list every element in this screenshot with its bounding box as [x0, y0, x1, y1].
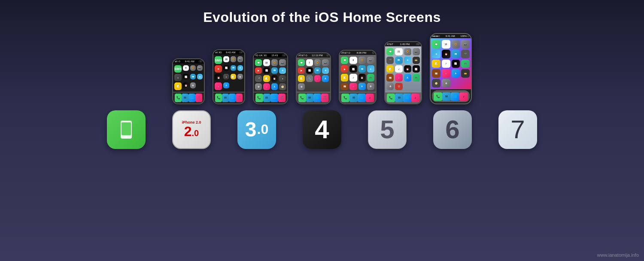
- app-videos-6[interactable]: 🎬: [386, 57, 394, 64]
- app-passbook-7[interactable]: 🎫: [461, 69, 470, 78]
- app-weather-2[interactable]: ☀: [237, 65, 243, 71]
- app-msg-7[interactable]: 💬: [432, 40, 440, 49]
- app-itunes-7[interactable]: ♪: [442, 69, 450, 78]
- app-photo-6[interactable]: 🌻: [404, 48, 411, 55]
- app-store-5[interactable]: A: [358, 83, 366, 90]
- app-clock-5[interactable]: ⏰: [358, 74, 366, 81]
- dock-phone-4[interactable]: 📞: [298, 94, 306, 102]
- app-store-7[interactable]: A: [452, 69, 460, 78]
- dock-mail-4[interactable]: ✉: [306, 94, 314, 102]
- app-clock-3[interactable]: ⏰: [271, 75, 278, 82]
- app-itunes-3[interactable]: ♪: [263, 83, 270, 90]
- dock-mail-6[interactable]: ✉: [395, 94, 403, 102]
- dock-music-5[interactable]: ♪: [366, 94, 374, 102]
- app-cal-5[interactable]: 6: [349, 57, 357, 64]
- app-yt-4[interactable]: ▶: [298, 67, 305, 74]
- app-photo-4[interactable]: 🌻: [314, 59, 321, 66]
- dock-phone-6[interactable]: 📞: [387, 94, 395, 102]
- app-reminder-6[interactable]: ✓: [395, 65, 402, 73]
- app-maps-6[interactable]: 🗺: [395, 57, 402, 64]
- app-cal-7[interactable]: 10: [442, 40, 450, 49]
- dock-safari-2[interactable]: 🌐: [229, 94, 236, 102]
- app-cam-6[interactable]: 📷: [413, 48, 420, 55]
- app-stocks-5[interactable]: 📈: [349, 65, 357, 73]
- app-yt-3[interactable]: ▶: [255, 67, 262, 74]
- dock-mail-5[interactable]: ✉: [349, 94, 358, 102]
- app-yt-5[interactable]: ▶: [341, 65, 348, 73]
- dock-safari-6[interactable]: 🌐: [403, 94, 411, 102]
- app-photo-2[interactable]: 🌻: [231, 56, 236, 62]
- dock-safari[interactable]: 🌐: [188, 94, 195, 102]
- ios2-icon[interactable]: iPhone 2.0 2 .0: [172, 110, 211, 149]
- app-itunes-2[interactable]: ♪: [215, 82, 222, 90]
- dock-phone-5[interactable]: 📞: [341, 94, 349, 102]
- app-itunes-5[interactable]: ♪: [349, 83, 357, 90]
- dock-safari-3[interactable]: 🌐: [270, 94, 278, 102]
- app-clock-7[interactable]: ⏰: [442, 50, 450, 58]
- app-photo-7[interactable]: 🌻: [452, 40, 460, 49]
- app-itunes-4[interactable]: ♪: [314, 75, 321, 82]
- app-maps-7[interactable]: 🗺: [452, 50, 460, 58]
- app-photo-3[interactable]: 🌻: [271, 59, 278, 66]
- app-reminder-7[interactable]: ✓: [442, 60, 450, 68]
- app-notes-3[interactable]: 📝: [263, 75, 270, 82]
- ios6-icon[interactable]: 6: [433, 110, 472, 149]
- app-settings-5[interactable]: ⚙: [367, 83, 374, 90]
- app-videos-7[interactable]: 🎬: [461, 50, 470, 58]
- dock-safari-4[interactable]: 🌐: [313, 94, 321, 102]
- app-gamecentre-6[interactable]: 🎮: [413, 74, 420, 81]
- app-calc-3[interactable]: +: [279, 75, 286, 82]
- app-compass-7[interactable]: 🧭: [432, 79, 440, 88]
- dock-ipod[interactable]: 🎵: [195, 94, 202, 102]
- app-stocks-4[interactable]: 📈: [306, 67, 313, 74]
- ios4-icon[interactable]: 4: [303, 110, 341, 149]
- app-notes-2[interactable]: 📝: [231, 74, 236, 79]
- app-clock-2[interactable]: ⏰: [215, 74, 222, 81]
- app-photo-5[interactable]: 🌻: [358, 57, 366, 64]
- app-sms-2[interactable]: SMS: [215, 56, 222, 64]
- app-maps[interactable]: 🗺: [190, 74, 196, 79]
- app-yt-2[interactable]: ▶: [215, 65, 222, 73]
- app-photo[interactable]: 🌻: [190, 65, 196, 71]
- app-maps-5[interactable]: 🗺: [358, 65, 366, 73]
- dock-phone-3[interactable]: 📞: [255, 94, 263, 102]
- app-cam-4[interactable]: 📷: [322, 59, 329, 66]
- app-settings-6[interactable]: ⚙: [386, 83, 394, 90]
- app-store-3[interactable]: A: [271, 83, 278, 90]
- app-calc-2[interactable]: +: [223, 74, 229, 79]
- app-gamecentre-5[interactable]: 🎮: [367, 74, 374, 81]
- app-notes-5[interactable]: 📝: [341, 74, 348, 81]
- dock-mail-2[interactable]: ✉: [222, 94, 229, 102]
- app-cal-4[interactable]: 7: [306, 59, 313, 66]
- app-cal-2[interactable]: 26: [223, 56, 229, 62]
- app-settings-3[interactable]: ⚙: [255, 83, 262, 90]
- dock-mail-3[interactable]: ✉: [263, 94, 271, 102]
- app-sms[interactable]: SMS: [174, 65, 182, 73]
- app-newsstand-6[interactable]: 📰: [386, 74, 394, 81]
- app-stocks-6[interactable]: 📈: [413, 65, 420, 73]
- dock-phone-2[interactable]: 📞: [215, 94, 222, 102]
- app-itunes-6[interactable]: ♪: [395, 74, 402, 81]
- dock-safari-5[interactable]: 🌐: [358, 94, 366, 102]
- app-notes-4[interactable]: 📝: [298, 75, 305, 82]
- app-newsstand-7[interactable]: 📰: [432, 69, 440, 78]
- ios1-icon[interactable]: [107, 110, 146, 149]
- app-clock[interactable]: ⏰: [183, 82, 188, 88]
- app-gamecentre-7[interactable]: 🎮: [461, 60, 470, 68]
- app-stocks-2[interactable]: 📈: [223, 65, 229, 71]
- dock-safari-7[interactable]: 🌐: [451, 92, 459, 101]
- app-store-6[interactable]: A: [404, 74, 411, 81]
- app-notes-6[interactable]: 📝: [386, 65, 394, 73]
- app-weather-6[interactable]: ☀: [404, 57, 411, 64]
- app-cam-7[interactable]: 📷: [461, 40, 470, 49]
- app-settings-4[interactable]: ⚙: [298, 83, 305, 90]
- app-settings-7[interactable]: ⚙: [442, 79, 450, 88]
- app-stocks[interactable]: 📈: [183, 74, 188, 79]
- app-cam-2[interactable]: 📷: [237, 56, 243, 62]
- app-clock-6[interactable]: ⏰: [404, 65, 411, 73]
- dock-mail[interactable]: ✉: [182, 94, 188, 102]
- app-settings-2[interactable]: ⚙: [237, 74, 243, 79]
- ios3-icon[interactable]: 3 .0: [237, 110, 276, 149]
- app-weather[interactable]: ☀: [197, 74, 203, 79]
- dock-ipod-3[interactable]: 🎵: [278, 94, 286, 102]
